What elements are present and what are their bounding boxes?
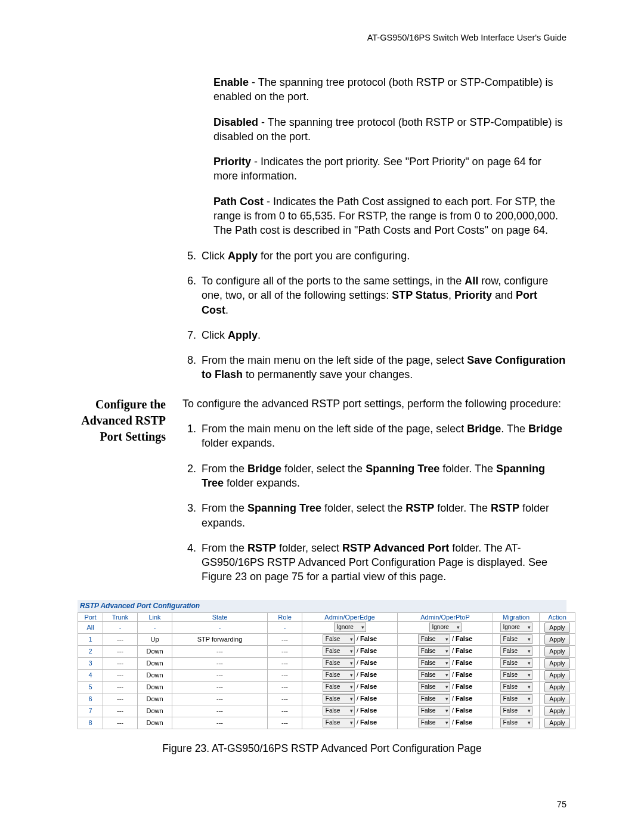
- cell-mig: Ignore: [493, 621, 540, 633]
- cell-edge: False / False: [302, 681, 398, 693]
- page-number: 75: [557, 800, 566, 809]
- ptop-select-8[interactable]: False: [418, 718, 450, 727]
- cell-edge: False / False: [302, 705, 398, 717]
- mig-select-5[interactable]: False: [500, 682, 532, 692]
- cell-edge: False / False: [302, 717, 398, 729]
- mig-select-all[interactable]: Ignore: [500, 623, 532, 632]
- table-row: 2---Down------False / FalseFalse / False…: [78, 645, 575, 657]
- steps-1-4: From the main menu on the left side of t…: [182, 422, 566, 584]
- mig-select-8[interactable]: False: [500, 718, 532, 727]
- cell-link: Down: [138, 705, 172, 717]
- mig-select-4[interactable]: False: [500, 670, 532, 680]
- ptop-select-3[interactable]: False: [418, 658, 450, 668]
- cell-trunk: ---: [103, 681, 138, 693]
- table-row-all: All----IgnoreIgnoreIgnoreApply: [78, 621, 575, 633]
- cell-link: Down: [138, 645, 172, 657]
- cell-link: Down: [138, 681, 172, 693]
- cell-mig: False: [493, 657, 540, 669]
- edge-select-5[interactable]: False: [323, 682, 355, 692]
- table-row: 1---UpSTP forwarding---False / FalseFals…: [78, 633, 575, 645]
- ptop-select-all[interactable]: Ignore: [429, 623, 462, 632]
- cell-link: -: [138, 621, 172, 633]
- apply-button-1[interactable]: Apply: [544, 634, 569, 645]
- cell-role: ---: [268, 717, 302, 729]
- mig-select-3[interactable]: False: [500, 658, 532, 668]
- left-gutter-empty: [78, 75, 166, 393]
- cell-mig: False: [493, 645, 540, 657]
- cell-edge: False / False: [302, 633, 398, 645]
- cell-state: -: [172, 621, 268, 633]
- edge-select-1[interactable]: False: [323, 634, 355, 644]
- cell-port: 3: [78, 657, 103, 669]
- figure-23: RSTP Advanced Port Configuration PortTru…: [78, 600, 566, 755]
- cell-state: ---: [172, 669, 268, 681]
- apply-button-8[interactable]: Apply: [544, 718, 569, 728]
- cell-role: ---: [268, 669, 302, 681]
- mig-select-7[interactable]: False: [500, 706, 532, 716]
- cell-ptop: False / False: [398, 645, 493, 657]
- apply-button-2[interactable]: Apply: [544, 646, 569, 657]
- adv-step-2: From the Bridge folder, select the Spann…: [199, 462, 566, 491]
- cell-port: 7: [78, 705, 103, 717]
- mig-select-6[interactable]: False: [500, 694, 532, 704]
- cell-ptop: Ignore: [398, 621, 493, 633]
- apply-button-6[interactable]: Apply: [544, 694, 569, 704]
- edge-select-all[interactable]: Ignore: [334, 623, 366, 632]
- edge-select-2[interactable]: False: [323, 646, 355, 656]
- ptop-select-4[interactable]: False: [418, 670, 450, 680]
- cell-mig: False: [493, 705, 540, 717]
- apply-button-4[interactable]: Apply: [544, 670, 569, 680]
- col-hdr-adminoperptop: Admin/OperPtoP: [398, 612, 493, 621]
- col-hdr-action: Action: [540, 612, 575, 621]
- cell-trunk: ---: [103, 705, 138, 717]
- apply-button-3[interactable]: Apply: [544, 658, 569, 668]
- cell-ptop: False / False: [398, 669, 493, 681]
- ptop-select-7[interactable]: False: [418, 706, 450, 716]
- section-heading: Configure the Advanced RSTP Port Setting…: [78, 397, 166, 595]
- cell-action: Apply: [540, 633, 575, 645]
- cell-action: Apply: [540, 645, 575, 657]
- cell-role: ---: [268, 693, 302, 705]
- edge-select-6[interactable]: False: [323, 694, 355, 704]
- cell-state: ---: [172, 705, 268, 717]
- cell-action: Apply: [540, 693, 575, 705]
- edge-select-4[interactable]: False: [323, 670, 355, 680]
- cell-state: ---: [172, 681, 268, 693]
- col-hdr-migration: Migration: [493, 612, 540, 621]
- cell-port: 6: [78, 693, 103, 705]
- table-row: 7---Down------False / FalseFalse / False…: [78, 705, 575, 717]
- cell-edge: False / False: [302, 669, 398, 681]
- cell-link: Down: [138, 657, 172, 669]
- ptop-select-2[interactable]: False: [418, 646, 450, 656]
- step-8: From the main menu on the left side of t…: [199, 353, 566, 382]
- ptop-select-5[interactable]: False: [418, 682, 450, 692]
- cell-role: ---: [268, 705, 302, 717]
- ptop-select-6[interactable]: False: [418, 694, 450, 704]
- cell-mig: False: [493, 693, 540, 705]
- adv-step-1: From the main menu on the left side of t…: [199, 422, 566, 451]
- apply-button-all[interactable]: Apply: [544, 623, 569, 633]
- mig-select-1[interactable]: False: [500, 634, 532, 644]
- cell-role: ---: [268, 681, 302, 693]
- cell-ptop: False / False: [398, 657, 493, 669]
- cell-port: 8: [78, 717, 103, 729]
- def-priority: Priority - Indicates the port priority. …: [213, 154, 566, 184]
- edge-select-3[interactable]: False: [323, 658, 355, 668]
- edge-select-8[interactable]: False: [323, 718, 355, 727]
- cell-role: -: [268, 621, 302, 633]
- step-6: To configure all of the ports to the sam…: [199, 274, 566, 317]
- cell-ptop: False / False: [398, 633, 493, 645]
- cell-link: Up: [138, 633, 172, 645]
- mig-select-2[interactable]: False: [500, 646, 532, 656]
- cell-state: STP forwarding: [172, 633, 268, 645]
- cell-link: Down: [138, 669, 172, 681]
- cell-mig: False: [493, 669, 540, 681]
- edge-select-7[interactable]: False: [323, 706, 355, 716]
- ptop-select-1[interactable]: False: [418, 634, 450, 644]
- cell-edge: False / False: [302, 693, 398, 705]
- apply-button-5[interactable]: Apply: [544, 682, 569, 692]
- apply-button-7[interactable]: Apply: [544, 706, 569, 716]
- cell-edge: False / False: [302, 657, 398, 669]
- cell-mig: False: [493, 717, 540, 729]
- cell-state: ---: [172, 717, 268, 729]
